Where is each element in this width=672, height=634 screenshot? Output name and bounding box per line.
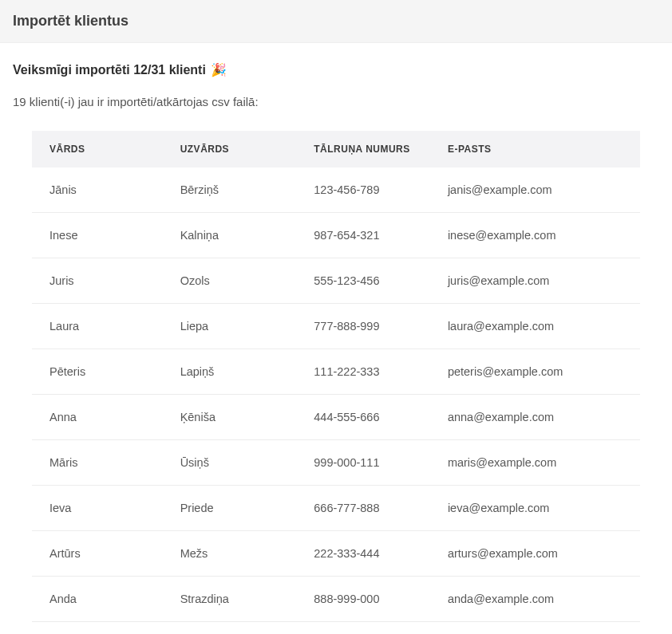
cell-email: laura@example.com: [433, 304, 640, 349]
cell-email: anna@example.com: [433, 395, 640, 440]
table-row: IneseKalniņa987-654-321inese@example.com: [32, 213, 640, 258]
import-success-text: Veiksmīgi importēti 12/31 klienti: [13, 63, 206, 77]
col-header-email: E-PASTS: [433, 131, 640, 167]
cell-phone: 555-123-456: [299, 258, 433, 304]
cell-first-name: Jānis: [32, 167, 166, 213]
import-success-line: Veiksmīgi importēti 12/31 klienti 🎉: [13, 62, 659, 77]
cell-last-name: Lapiņš: [166, 349, 300, 395]
cell-last-name: Bērziņš: [166, 167, 300, 213]
cell-phone: 999-000-111: [299, 440, 433, 486]
cell-email: janis@example.com: [433, 167, 640, 213]
cell-email: anda@example.com: [433, 577, 640, 622]
table-row: MārisŪsiņš999-000-111maris@example.com: [32, 440, 640, 486]
table-row: JānisBērziņš123-456-789janis@example.com: [32, 167, 640, 213]
cell-phone: 987-654-321: [299, 213, 433, 258]
party-popper-icon: 🎉: [211, 62, 227, 77]
cell-email: maris@example.com: [433, 440, 640, 486]
cell-last-name: Ūsiņš: [166, 440, 300, 486]
cell-last-name: Ķēniša: [166, 395, 300, 440]
cell-first-name: Anda: [32, 577, 166, 622]
cell-email: inese@example.com: [433, 213, 640, 258]
table-row: AnnaĶēniša444-555-666anna@example.com: [32, 395, 640, 440]
cell-first-name: Pēteris: [32, 349, 166, 395]
cell-last-name: Mežs: [166, 531, 300, 577]
content: Veiksmīgi importēti 12/31 klienti 🎉 19 k…: [0, 43, 672, 622]
cell-last-name: Strazdiņa: [166, 577, 300, 622]
cell-phone: 888-999-000: [299, 577, 433, 622]
cell-first-name: Māris: [32, 440, 166, 486]
page-title: Importēt klientus: [13, 13, 659, 30]
cell-last-name: Kalniņa: [166, 213, 300, 258]
table-row: PēterisLapiņš111-222-333peteris@example.…: [32, 349, 640, 395]
cell-email: arturs@example.com: [433, 531, 640, 577]
col-header-last-name: UZVĀRDS: [166, 131, 300, 167]
cell-phone: 222-333-444: [299, 531, 433, 577]
table-row: LauraLiepa777-888-999laura@example.com: [32, 304, 640, 349]
cell-first-name: Anna: [32, 395, 166, 440]
col-header-first-name: VĀRDS: [32, 131, 166, 167]
table-row: IevaPriede666-777-888ieva@example.com: [32, 486, 640, 531]
cell-first-name: Artūrs: [32, 531, 166, 577]
cell-first-name: Juris: [32, 258, 166, 304]
duplicates-table-wrap: VĀRDS UZVĀRDS TĀLRUŅA NUMURS E-PASTS Jān…: [13, 131, 659, 622]
cell-first-name: Inese: [32, 213, 166, 258]
cell-email: juris@example.com: [433, 258, 640, 304]
page-header: Importēt klientus: [0, 0, 672, 43]
table-row: JurisOzols555-123-456juris@example.com: [32, 258, 640, 304]
cell-phone: 666-777-888: [299, 486, 433, 531]
cell-phone: 444-555-666: [299, 395, 433, 440]
cell-email: ieva@example.com: [433, 486, 640, 531]
col-header-phone: TĀLRUŅA NUMURS: [299, 131, 433, 167]
duplicates-table: VĀRDS UZVĀRDS TĀLRUŅA NUMURS E-PASTS Jān…: [32, 131, 640, 622]
cell-phone: 111-222-333: [299, 349, 433, 395]
cell-first-name: Laura: [32, 304, 166, 349]
cell-email: peteris@example.com: [433, 349, 640, 395]
cell-phone: 123-456-789: [299, 167, 433, 213]
cell-first-name: Ieva: [32, 486, 166, 531]
table-row: ArtūrsMežs222-333-444arturs@example.com: [32, 531, 640, 577]
table-row: AndaStrazdiņa888-999-000anda@example.com: [32, 577, 640, 622]
import-duplicates-text: 19 klienti(-i) jau ir importēti/atkārtoj…: [13, 95, 659, 108]
cell-last-name: Priede: [166, 486, 300, 531]
cell-phone: 777-888-999: [299, 304, 433, 349]
cell-last-name: Ozols: [166, 258, 300, 304]
cell-last-name: Liepa: [166, 304, 300, 349]
table-header-row: VĀRDS UZVĀRDS TĀLRUŅA NUMURS E-PASTS: [32, 131, 640, 167]
